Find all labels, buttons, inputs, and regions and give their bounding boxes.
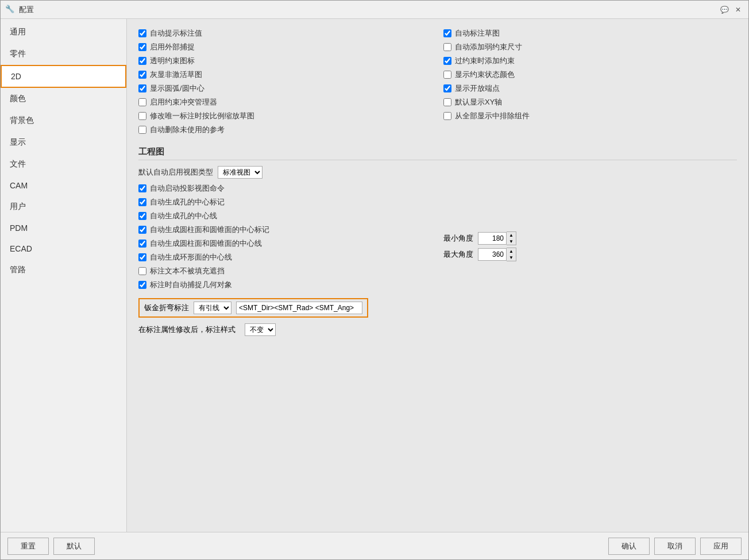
min-angle-label: 最小角度 [443, 233, 473, 244]
title-bar: 🔧 配置 💬 ✕ [1, 1, 748, 19]
min-angle-row: 最小角度 ▲ ▼ [443, 231, 737, 245]
sidebar-item-ecad[interactable]: ECAD [1, 238, 126, 259]
enable-constraint-conflict-label: 启用约束冲突管理器 [150, 97, 217, 107]
checkbox-modify-annotation-scale: 修改唯一标注时按比例缩放草图 [138, 111, 432, 121]
gray-inactive-sketch-label: 灰显非激活草图 [150, 69, 202, 80]
auto-delete-unused-ref-label: 自动删除未使用的参考 [150, 125, 225, 135]
max-angle-spinbox: ▲ ▼ [478, 248, 516, 261]
default-view-type-select[interactable]: 标准视图 投影视图 [218, 166, 262, 179]
auto-gen-hole-centerline-checkbox[interactable] [138, 212, 146, 220]
max-angle-up-btn[interactable]: ▲ [507, 248, 516, 254]
sheet-metal-type-select[interactable]: 有引线 无引线 [194, 302, 231, 314]
sidebar-item-parts[interactable]: 零件 [1, 43, 126, 65]
checkbox-auto-gen-cylinder-cone-center-mark: 自动生成圆柱面和圆锥面的中心标记 [138, 225, 432, 235]
cancel-button[interactable]: 取消 [654, 538, 696, 555]
message-button[interactable]: 💬 [719, 4, 730, 16]
confirm-button[interactable]: 确认 [608, 538, 650, 555]
bottom-left-buttons: 重置 默认 [7, 538, 95, 555]
checkbox-auto-add-weak-constraint: 自动添加弱约束尺寸 [443, 42, 737, 52]
show-constraint-state-color-checkbox[interactable] [443, 71, 451, 79]
checkbox-enable-external-snap: 启用外部捕捉 [138, 42, 432, 52]
sheet-metal-fold-label: 钣金折弯标注 [144, 303, 189, 313]
auto-gen-cylinder-cone-center-mark-checkbox[interactable] [138, 226, 146, 234]
checkboxes-left: 自动提示标注值 启用外部捕捉 透明约束图标 灰显非激活草图 [138, 28, 432, 138]
checkbox-auto-start-projection: 自动启动投影视图命令 [138, 183, 432, 194]
annotation-style-row: 在标注属性修改后，标注样式 不变 更新 [138, 323, 737, 336]
sidebar-item-bgcolor[interactable]: 背景色 [1, 110, 126, 132]
annotation-style-select[interactable]: 不变 更新 [245, 323, 276, 336]
add-constraint-on-over-checkbox[interactable] [443, 57, 451, 65]
auto-gen-cylinder-cone-centerline-label: 自动生成圆柱面和圆锥面的中心线 [150, 238, 262, 249]
default-show-xy-axis-checkbox[interactable] [443, 98, 451, 106]
auto-annotation-checkbox[interactable] [138, 29, 146, 37]
sidebar: 通用 零件 2D 颜色 背景色 显示 文件 CAM 用户 PDM ECAD 管路 [1, 19, 127, 532]
auto-gen-torus-centerline-label: 自动生成环形面的中心线 [150, 252, 232, 262]
show-open-endpoint-checkbox[interactable] [443, 84, 451, 92]
transparent-constraint-icon-label: 透明约束图标 [150, 56, 195, 66]
title-bar-left: 🔧 配置 [5, 5, 34, 15]
exclude-from-full-display-checkbox[interactable] [443, 112, 451, 120]
auto-annotate-sketch-checkbox[interactable] [443, 29, 451, 37]
auto-gen-cylinder-cone-centerline-checkbox[interactable] [138, 240, 146, 248]
annotation-style-label: 在标注属性修改后，标注样式 [138, 325, 235, 335]
close-button[interactable]: ✕ [732, 4, 744, 16]
auto-gen-cylinder-cone-center-mark-label: 自动生成圆柱面和圆锥面的中心标记 [150, 225, 269, 235]
sidebar-item-2d[interactable]: 2D [1, 65, 126, 88]
show-arc-center-label: 显示圆弧/圆中心 [150, 83, 204, 94]
checkbox-auto-annotation: 自动提示标注值 [138, 28, 432, 38]
gray-inactive-sketch-checkbox[interactable] [138, 71, 146, 79]
reset-button[interactable]: 重置 [7, 538, 49, 555]
auto-snap-geometry-checkbox[interactable] [138, 281, 146, 289]
min-angle-input[interactable] [478, 232, 507, 245]
main-content: 自动提示标注值 启用外部捕捉 透明约束图标 灰显非激活草图 [127, 19, 748, 532]
checkbox-auto-gen-torus-centerline: 自动生成环形面的中心线 [138, 252, 432, 262]
sidebar-item-user[interactable]: 用户 [1, 196, 126, 218]
bottom-bar: 重置 默认 确认 取消 应用 [1, 532, 748, 559]
checkbox-auto-snap-geometry: 标注时自动捕捉几何对象 [138, 280, 432, 290]
main-panel: 自动提示标注值 启用外部捕捉 透明约束图标 灰显非激活草图 [127, 19, 748, 532]
sidebar-item-cam[interactable]: CAM [1, 175, 126, 196]
section-title-drawing: 工程图 [138, 146, 737, 160]
checkbox-auto-annotate-sketch: 自动标注草图 [443, 28, 737, 38]
sidebar-item-general[interactable]: 通用 [1, 21, 126, 43]
sidebar-item-display[interactable]: 显示 [1, 132, 126, 153]
drawing-checkboxes-right: 最小角度 ▲ ▼ 最大角度 [443, 183, 737, 293]
enable-constraint-conflict-checkbox[interactable] [138, 98, 146, 106]
auto-snap-geometry-label: 标注时自动捕捉几何对象 [150, 280, 232, 290]
auto-start-projection-label: 自动启动投影视图命令 [150, 183, 225, 194]
auto-gen-hole-center-mark-checkbox[interactable] [138, 198, 146, 206]
checkbox-show-constraint-state-color: 显示约束状态颜色 [443, 69, 737, 80]
drawing-checkboxes-section: 自动启动投影视图命令 自动生成孔的中心标记 自动生成孔的中心线 自动生 [138, 183, 737, 293]
checkbox-transparent-constraint-icon: 透明约束图标 [138, 56, 432, 66]
checkbox-enable-constraint-conflict: 启用约束冲突管理器 [138, 97, 432, 107]
auto-annotation-label: 自动提示标注值 [150, 28, 202, 38]
min-angle-up-btn[interactable]: ▲ [507, 232, 516, 238]
auto-add-weak-constraint-checkbox[interactable] [443, 43, 451, 51]
sheet-metal-section: 钣金折弯标注 有引线 无引线 [138, 298, 737, 318]
auto-start-projection-checkbox[interactable] [138, 184, 146, 192]
modify-annotation-scale-checkbox[interactable] [138, 112, 146, 120]
title-bar-controls: 💬 ✕ [719, 4, 744, 16]
sidebar-item-pdm[interactable]: PDM [1, 218, 126, 238]
auto-gen-hole-centerline-label: 自动生成孔的中心线 [150, 211, 217, 221]
default-button[interactable]: 默认 [53, 538, 95, 555]
auto-gen-torus-centerline-checkbox[interactable] [138, 253, 146, 261]
min-angle-down-btn[interactable]: ▼ [507, 238, 516, 245]
smt-value-input[interactable] [236, 302, 362, 314]
min-angle-spinbox-btns: ▲ ▼ [507, 231, 516, 245]
apply-button[interactable]: 应用 [700, 538, 742, 555]
enable-external-snap-checkbox[interactable] [138, 43, 146, 51]
sidebar-item-color[interactable]: 颜色 [1, 88, 126, 110]
transparent-constraint-icon-checkbox[interactable] [138, 57, 146, 65]
checkbox-auto-gen-hole-center-mark: 自动生成孔的中心标记 [138, 197, 432, 207]
max-angle-input[interactable] [478, 248, 507, 261]
show-arc-center-checkbox[interactable] [138, 84, 146, 92]
checkbox-gray-inactive-sketch: 灰显非激活草图 [138, 69, 432, 80]
auto-delete-unused-ref-checkbox[interactable] [138, 126, 146, 134]
exclude-from-full-display-label: 从全部显示中排除组件 [455, 111, 530, 121]
sidebar-item-file[interactable]: 文件 [1, 153, 126, 175]
annotation-not-blocked-checkbox[interactable] [138, 267, 146, 275]
sidebar-item-pipeline[interactable]: 管路 [1, 259, 126, 281]
auto-annotate-sketch-label: 自动标注草图 [455, 28, 500, 38]
max-angle-down-btn[interactable]: ▼ [507, 254, 516, 261]
